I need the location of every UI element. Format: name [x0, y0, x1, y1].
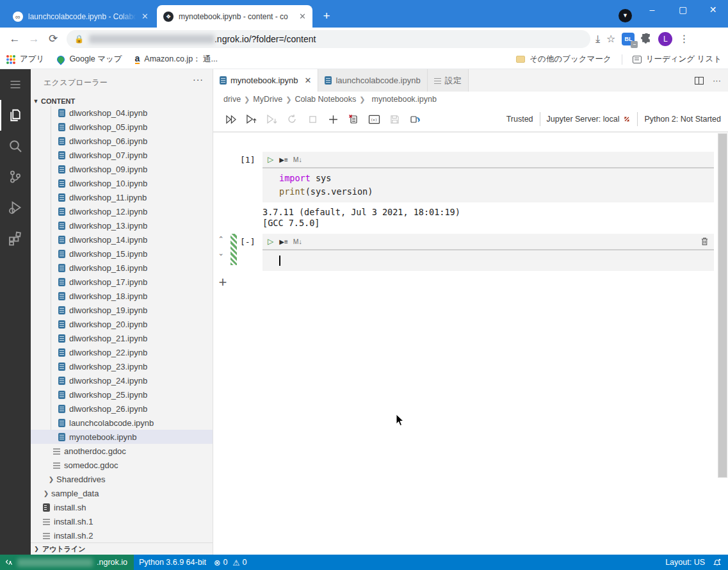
reload-icon[interactable]: ⟳: [44, 32, 63, 45]
split-editor-icon[interactable]: [695, 77, 704, 85]
breadcrumb-item[interactable]: MyDrive: [253, 95, 282, 104]
scrollbar-thumb[interactable]: [718, 133, 727, 478]
run-cell-icon[interactable]: ▷: [268, 155, 273, 164]
profile-avatar[interactable]: L: [658, 32, 672, 46]
bookmark-amazon[interactable]: a Amazon.co.jp： 通...: [129, 54, 224, 65]
bl-extension-icon[interactable]: BL: [622, 33, 635, 45]
python-version-item[interactable]: Python 3.6.9 64-bit: [134, 555, 211, 570]
tree-file[interactable]: dlworkshop_21.ipynb: [31, 331, 213, 345]
run-below-icon[interactable]: ▶≡: [279, 156, 287, 163]
tree-file[interactable]: launchcolabcode.ipynb: [31, 416, 213, 430]
tree-file[interactable]: anotherdoc.gdoc: [31, 444, 213, 458]
move-cell-arrows[interactable]: ⌃⌄: [216, 235, 226, 257]
run-all-button[interactable]: [221, 111, 240, 127]
back-icon[interactable]: ←: [5, 33, 24, 45]
tree-file[interactable]: dlworkshop_13.ipynb: [31, 218, 213, 232]
address-bar[interactable]: 🔒 .ngrok.io/?folder=/content: [67, 30, 590, 48]
tree-file[interactable]: dlworkshop_26.ipynb: [31, 402, 213, 416]
breadcrumb-item[interactable]: drive: [223, 95, 241, 104]
section-content[interactable]: ▼ CONTENT: [31, 96, 213, 106]
chrome-menu-icon[interactable]: ⋮: [679, 33, 688, 45]
tree-file[interactable]: mynotebook.ipynb: [31, 430, 213, 444]
activity-explorer-icon[interactable]: [0, 100, 31, 131]
tree-file[interactable]: dlworkshop_05.ipynb: [31, 120, 213, 134]
run-cell-icon[interactable]: ▷: [268, 237, 273, 246]
breadcrumb[interactable]: drive❯MyDrive❯Colab Notebooks❯mynotebook…: [213, 92, 728, 107]
browser-tab-launchcolabcode[interactable]: ∞ launchcolabcode.ipynb - Colabo ✕: [6, 5, 155, 28]
tree-file[interactable]: dlworkshop_20.ipynb: [31, 317, 213, 331]
add-cell-button[interactable]: [323, 111, 343, 127]
run-above-button[interactable]: [241, 111, 261, 127]
maximize-button[interactable]: ▢: [668, 0, 698, 20]
tree-file[interactable]: dlworkshop_19.ipynb: [31, 303, 213, 317]
toolbar-status-2[interactable]: Python 2: Not Started: [644, 115, 721, 124]
breadcrumb-item[interactable]: Colab Notebooks: [295, 95, 356, 104]
bookmark-star-icon[interactable]: ☆: [606, 33, 615, 45]
tree-file[interactable]: somedoc.gdoc: [31, 458, 213, 472]
activity-extensions-icon[interactable]: [0, 223, 31, 254]
toolbar-status-0[interactable]: Trusted: [506, 115, 533, 124]
tree-file[interactable]: install.sh.2: [31, 528, 213, 542]
activity-menu-icon[interactable]: [0, 69, 31, 100]
markdown-convert-icon[interactable]: M↓: [293, 156, 302, 163]
close-tab-icon[interactable]: ✕: [305, 76, 312, 85]
tree-file[interactable]: dlworkshop_17.ipynb: [31, 275, 213, 289]
editor-tab-launchcolabcode-ipynb[interactable]: launchcolabcode.ipynb: [318, 69, 427, 92]
tab-search-icon[interactable]: ▼: [619, 9, 632, 22]
tree-file[interactable]: dlworkshop_14.ipynb: [31, 232, 213, 247]
remote-indicator[interactable]: .ngrok.io: [0, 555, 134, 570]
bookmark-google-maps[interactable]: Google マップ: [51, 54, 128, 65]
cell-code-editor[interactable]: [263, 250, 714, 271]
tree-file[interactable]: dlworkshop_23.ipynb: [31, 359, 213, 373]
activity-source-control-icon[interactable]: [0, 161, 31, 192]
tree-file[interactable]: dlworkshop_07.ipynb: [31, 148, 213, 162]
run-below-button[interactable]: [262, 111, 281, 127]
tree-folder[interactable]: ❯Shareddrives: [31, 472, 213, 486]
tree-file[interactable]: dlworkshop_22.ipynb: [31, 345, 213, 359]
tree-file[interactable]: dlworkshop_25.ipynb: [31, 387, 213, 402]
other-bookmarks-button[interactable]: その他のブックマーク: [510, 54, 617, 65]
tree-folder[interactable]: ❯sample_data: [31, 486, 213, 500]
tree-file[interactable]: dlworkshop_24.ipynb: [31, 373, 213, 387]
save-button[interactable]: [385, 111, 404, 127]
bell-icon[interactable]: [713, 558, 722, 567]
add-cell-button[interactable]: +: [216, 274, 229, 291]
download-icon[interactable]: ⤓: [595, 33, 600, 45]
delete-cell-icon[interactable]: [700, 237, 709, 246]
editor-tab---[interactable]: 設定: [428, 69, 469, 92]
tree-file[interactable]: install.sh.1: [31, 514, 213, 528]
clear-outputs-button[interactable]: [344, 111, 363, 127]
toolbar-status-1[interactable]: Jupyter Server: local: [547, 115, 620, 124]
restart-button[interactable]: [282, 111, 302, 127]
export-button[interactable]: [405, 111, 425, 127]
tree-file[interactable]: install.sh: [31, 500, 213, 514]
tree-file[interactable]: dlworkshop_06.ipynb: [31, 134, 213, 148]
reading-list-button[interactable]: リーディング リスト: [626, 54, 728, 65]
editor-tab-mynotebook-ipynb[interactable]: mynotebook.ipynb✕: [213, 69, 318, 92]
tree-file[interactable]: dlworkshop_10.ipynb: [31, 176, 213, 190]
editor-more-actions-icon[interactable]: ···: [713, 76, 721, 85]
tree-file[interactable]: dlworkshop_15.ipynb: [31, 247, 213, 261]
bookmark-apps[interactable]: アプリ: [0, 54, 51, 65]
tree-file[interactable]: dlworkshop_12.ipynb: [31, 204, 213, 218]
tree-file[interactable]: dlworkshop_11.ipynb: [31, 190, 213, 204]
tree-file[interactable]: dlworkshop_04.ipynb: [31, 106, 213, 120]
section-outline[interactable]: ❯ アウトライン: [31, 542, 213, 555]
tree-file[interactable]: dlworkshop_09.ipynb: [31, 162, 213, 176]
breadcrumb-item[interactable]: mynotebook.ipynb: [372, 95, 437, 104]
run-below-icon[interactable]: ▶≡: [279, 238, 287, 245]
layout-item[interactable]: Layout: US: [665, 558, 705, 567]
markdown-convert-icon[interactable]: M↓: [293, 238, 302, 245]
cell-code-editor[interactable]: import sysprint(sys.version): [263, 168, 714, 202]
variable-explorer-button[interactable]: (x): [364, 111, 384, 127]
activity-search-icon[interactable]: [0, 131, 31, 161]
browser-tab-mynotebook[interactable]: ❖ mynotebook.ipynb - content - co ✕: [157, 5, 312, 28]
close-tab-icon[interactable]: ✕: [299, 12, 306, 21]
explorer-more-actions-icon[interactable]: ···: [193, 74, 204, 85]
tree-file[interactable]: dlworkshop_16.ipynb: [31, 261, 213, 275]
extensions-puzzle-icon[interactable]: [641, 33, 652, 44]
close-button[interactable]: ✕: [698, 0, 728, 20]
activity-run-debug-icon[interactable]: [0, 192, 31, 223]
interrupt-button[interactable]: [303, 111, 322, 127]
close-tab-icon[interactable]: ✕: [142, 12, 149, 21]
